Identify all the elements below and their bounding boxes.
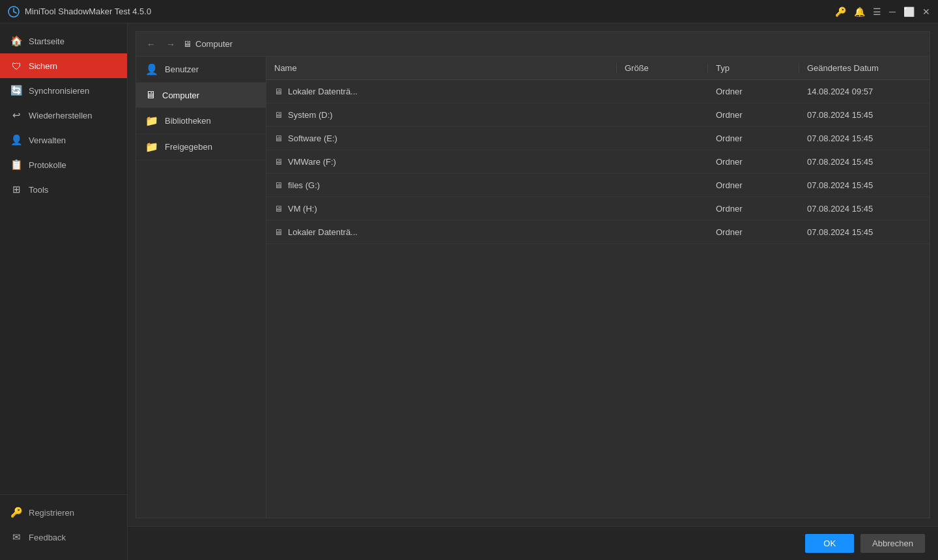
file-type: Ordner [708, 157, 799, 167]
tree-item-freigegeben[interactable]: 📁 Freigegeben [136, 134, 266, 160]
action-bar: OK Abbrechen [128, 526, 938, 560]
key-icon[interactable]: 🔑 [835, 7, 846, 17]
table-row[interactable]: 🖥 Lokaler Datenträ... Ordner 07.08.2024 … [266, 221, 930, 244]
sidebar-item-tools[interactable]: ⊞ Tools [0, 177, 127, 202]
table-row[interactable]: 🖥 files (G:) Ordner 07.08.2024 15:45 [266, 174, 930, 197]
file-date: 07.08.2024 15:45 [799, 133, 930, 143]
app-title: MiniTool ShadowMaker Test 4.5.0 [25, 7, 835, 16]
tree-item-bibliotheken[interactable]: 📁 Bibliotheken [136, 108, 266, 134]
table-row[interactable]: 🖥 VM (H:) Ordner 07.08.2024 15:45 [266, 197, 930, 221]
file-table-header: Name Größe Typ Geändertes Datum [266, 57, 930, 80]
sidebar-item-protokolle[interactable]: 📋 Protokolle [0, 152, 127, 177]
sidebar-label-tools: Tools [29, 185, 48, 195]
sidebar-label-protokolle: Protokolle [29, 160, 66, 170]
file-date: 07.08.2024 15:45 [799, 204, 930, 214]
backup-icon: 🛡 [10, 60, 22, 72]
manage-icon: 👤 [10, 134, 22, 146]
file-date: 07.08.2024 15:45 [799, 110, 930, 120]
forward-button[interactable]: → [163, 38, 178, 51]
tree-label-freigegeben: Freigegeben [165, 142, 212, 152]
file-name: Lokaler Datenträ... [288, 87, 358, 96]
file-type: Ordner [708, 180, 799, 190]
file-name: System (D:) [288, 110, 333, 120]
app-logo-icon [8, 6, 20, 18]
tree-label-benutzer: Benutzer [165, 64, 199, 74]
sidebar-item-registrieren[interactable]: 🔑 Registrieren [0, 500, 127, 525]
file-list: Name Größe Typ Geändertes Datum 🖥 Lokale… [266, 57, 930, 518]
sidebar-label-startseite: Startseite [29, 36, 64, 46]
file-date: 07.08.2024 15:45 [799, 180, 930, 190]
feedback-icon: ✉ [10, 531, 22, 543]
table-row[interactable]: 🖥 Software (E:) Ordner 07.08.2024 15:45 [266, 127, 930, 150]
log-icon: 📋 [10, 159, 22, 171]
sidebar-label-feedback: Feedback [29, 533, 66, 542]
computer-tree-icon: 🖥 [145, 89, 156, 101]
file-name: files (G:) [288, 180, 320, 190]
file-date: 07.08.2024 15:45 [799, 227, 930, 237]
computer-breadcrumb-icon: 🖥 [183, 39, 192, 49]
sidebar-item-wiederherstellen[interactable]: ↩ Wiederherstellen [0, 103, 127, 128]
ok-button[interactable]: OK [805, 534, 854, 553]
file-type: Ordner [708, 110, 799, 120]
browser-panel: ← → 🖥 Computer 👤 Benutzer 🖥 [135, 31, 930, 518]
drive-icon: 🖥 [274, 157, 283, 167]
libraries-tree-icon: 📁 [145, 115, 158, 127]
drive-icon: 🖥 [274, 227, 283, 237]
file-type: Ordner [708, 204, 799, 214]
col-header-size: Größe [617, 63, 708, 73]
breadcrumb: 🖥 Computer [183, 39, 233, 49]
user-tree-icon: 👤 [145, 63, 158, 76]
minimize-button[interactable]: ─ [889, 7, 896, 17]
menu-icon[interactable]: ☰ [873, 7, 881, 17]
col-header-type: Typ [708, 63, 799, 73]
sidebar-item-feedback[interactable]: ✉ Feedback [0, 525, 127, 550]
sidebar-item-synchronisieren[interactable]: 🔄 Synchronisieren [0, 78, 127, 103]
home-icon: 🏠 [10, 35, 22, 47]
col-header-name: Name [266, 63, 617, 73]
file-browser: 👤 Benutzer 🖥 Computer 📁 Bibliotheken 📁 F… [136, 57, 930, 518]
file-date: 14.08.2024 09:57 [799, 87, 930, 96]
file-type: Ordner [708, 227, 799, 237]
drive-icon: 🖥 [274, 204, 283, 214]
file-rows-container: 🖥 Lokaler Datenträ... Ordner 14.08.2024 … [266, 80, 930, 244]
tools-icon: ⊞ [10, 184, 22, 195]
tree-item-benutzer[interactable]: 👤 Benutzer [136, 57, 266, 83]
sidebar: 🏠 Startseite 🛡 Sichern 🔄 Synchronisieren… [0, 23, 128, 560]
drive-icon: 🖥 [274, 87, 283, 96]
sidebar-label-verwalten: Verwalten [29, 135, 66, 145]
sidebar-label-registrieren: Registrieren [29, 508, 74, 518]
sidebar-item-sichern[interactable]: 🛡 Sichern [0, 53, 127, 78]
bell-icon[interactable]: 🔔 [854, 7, 865, 17]
file-name: Lokaler Datenträ... [288, 227, 358, 237]
file-name: VMWare (F:) [288, 157, 336, 167]
file-name: Software (E:) [288, 133, 337, 143]
tree-panel: 👤 Benutzer 🖥 Computer 📁 Bibliotheken 📁 F… [136, 57, 266, 518]
drive-icon: 🖥 [274, 110, 283, 120]
breadcrumb-bar: ← → 🖥 Computer [136, 32, 930, 57]
tree-item-computer[interactable]: 🖥 Computer [136, 83, 266, 108]
main-layout: 🏠 Startseite 🛡 Sichern 🔄 Synchronisieren… [0, 23, 938, 560]
sidebar-label-sichern: Sichern [29, 61, 57, 71]
sidebar-item-verwalten[interactable]: 👤 Verwalten [0, 128, 127, 152]
sidebar-nav: 🏠 Startseite 🛡 Sichern 🔄 Synchronisieren… [0, 23, 127, 494]
table-row[interactable]: 🖥 Lokaler Datenträ... Ordner 14.08.2024 … [266, 80, 930, 104]
drive-icon: 🖥 [274, 133, 283, 143]
back-button[interactable]: ← [144, 38, 158, 51]
close-button[interactable]: ✕ [922, 7, 930, 17]
register-icon: 🔑 [10, 507, 22, 518]
tree-label-bibliotheken: Bibliotheken [165, 116, 211, 126]
file-name: VM (H:) [288, 204, 317, 214]
sidebar-label-synchronisieren: Synchronisieren [29, 86, 89, 96]
window-controls: 🔑 🔔 ☰ ─ ⬜ ✕ [835, 7, 930, 17]
table-row[interactable]: 🖥 VMWare (F:) Ordner 07.08.2024 15:45 [266, 150, 930, 174]
sync-icon: 🔄 [10, 85, 22, 96]
maximize-button[interactable]: ⬜ [903, 7, 915, 17]
sidebar-bottom: 🔑 Registrieren ✉ Feedback [0, 494, 127, 560]
sidebar-item-startseite[interactable]: 🏠 Startseite [0, 29, 127, 53]
table-row[interactable]: 🖥 System (D:) Ordner 07.08.2024 15:45 [266, 104, 930, 127]
shared-tree-icon: 📁 [145, 141, 158, 153]
content-area: ← → 🖥 Computer 👤 Benutzer 🖥 [128, 23, 938, 560]
cancel-button[interactable]: Abbrechen [860, 534, 925, 553]
tree-label-computer: Computer [162, 91, 199, 100]
file-date: 07.08.2024 15:45 [799, 157, 930, 167]
